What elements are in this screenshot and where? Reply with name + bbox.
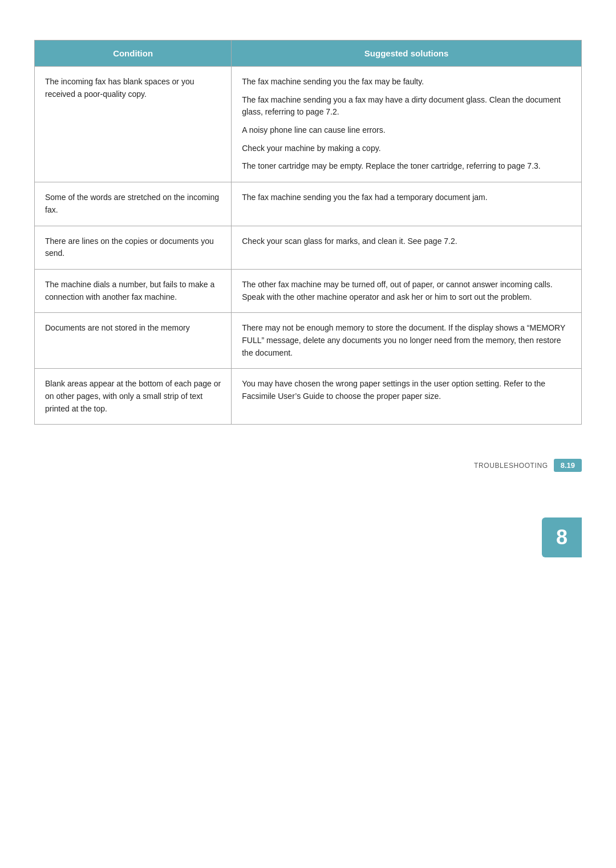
solution-text: Check your machine by making a copy. bbox=[242, 142, 571, 155]
footer-section-label: Troubleshooting bbox=[474, 462, 548, 470]
solutions-header: Suggested solutions bbox=[232, 40, 582, 67]
table-row: Documents are not stored in the memoryTh… bbox=[35, 313, 582, 369]
solution-text: A noisy phone line can cause line errors… bbox=[242, 124, 571, 137]
solution-text: There may not be enough memory to store … bbox=[242, 322, 571, 359]
chapter-badge-section: 8 bbox=[34, 517, 582, 557]
solution-text: The fax machine sending you the fax may … bbox=[242, 76, 571, 88]
table-row: Some of the words are stretched on the i… bbox=[35, 182, 582, 226]
solution-cell: You may have chosen the wrong paper sett… bbox=[232, 369, 582, 425]
footer-row: Troubleshooting 8.19 bbox=[34, 459, 582, 472]
condition-cell: The machine dials a number, but fails to… bbox=[35, 269, 232, 312]
footer-page-number: 8.19 bbox=[554, 459, 582, 472]
table-row: There are lines on the copies or documen… bbox=[35, 226, 582, 269]
chapter-number-badge: 8 bbox=[542, 517, 582, 557]
condition-cell: Blank areas appear at the bottom of each… bbox=[35, 369, 232, 425]
condition-header: Condition bbox=[35, 40, 232, 67]
table-row: The machine dials a number, but fails to… bbox=[35, 269, 582, 312]
solution-text: You may have chosen the wrong paper sett… bbox=[242, 378, 571, 402]
solution-cell: The other fax machine may be turned off,… bbox=[232, 269, 582, 312]
solution-cell: There may not be enough memory to store … bbox=[232, 313, 582, 369]
table-row: The incoming fax has blank spaces or you… bbox=[35, 67, 582, 182]
solution-text: The fax machine sending you a fax may ha… bbox=[242, 94, 571, 119]
solution-text: The toner cartridge may be empty. Replac… bbox=[242, 160, 571, 173]
solution-cell: The fax machine sending you the fax may … bbox=[232, 67, 582, 182]
troubleshooting-table: Condition Suggested solutions The incomi… bbox=[34, 40, 582, 425]
condition-cell: There are lines on the copies or documen… bbox=[35, 226, 232, 269]
page-container: Condition Suggested solutions The incomi… bbox=[34, 23, 582, 557]
table-row: Blank areas appear at the bottom of each… bbox=[35, 369, 582, 425]
solution-text: The other fax machine may be turned off,… bbox=[242, 279, 571, 303]
condition-cell: Documents are not stored in the memory bbox=[35, 313, 232, 369]
solution-cell: Check your scan glass for marks, and cle… bbox=[232, 226, 582, 269]
solution-text: The fax machine sending you the fax had … bbox=[242, 191, 571, 204]
condition-cell: The incoming fax has blank spaces or you… bbox=[35, 67, 232, 182]
solution-text: Check your scan glass for marks, and cle… bbox=[242, 235, 571, 248]
solution-cell: The fax machine sending you the fax had … bbox=[232, 182, 582, 226]
condition-cell: Some of the words are stretched on the i… bbox=[35, 182, 232, 226]
